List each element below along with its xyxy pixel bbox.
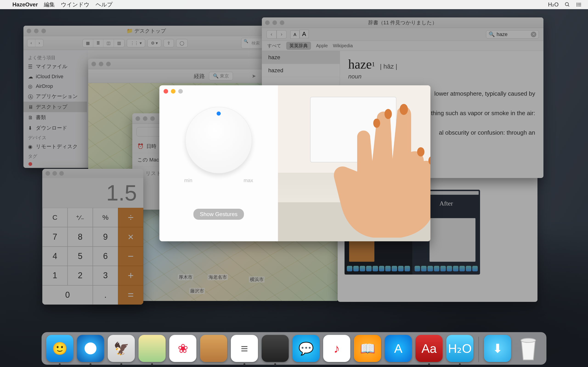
key-9[interactable]: 9 [93, 227, 118, 246]
zoom-icon[interactable] [59, 171, 64, 176]
hazeover-prefs-window: minmax Show Gestures [159, 85, 431, 241]
key-4[interactable]: 4 [42, 247, 68, 266]
sidebar-item-desktop[interactable]: 🖥デスクトップ [23, 102, 87, 112]
finder-titlebar[interactable]: 📁 デスクトップ [23, 26, 269, 36]
svg-point-6 [577, 6, 578, 6]
hand-illustration [331, 101, 431, 239]
dock-downloads[interactable]: ⬇ [484, 335, 511, 362]
result-haze[interactable]: haze [262, 51, 340, 64]
svg-rect-3 [578, 3, 581, 3]
menu-extras-icon[interactable] [576, 2, 582, 7]
minimize-icon[interactable] [34, 29, 39, 33]
key-negate[interactable]: ⁺∕₋ [68, 208, 93, 227]
dock-contacts[interactable] [200, 335, 227, 362]
show-gestures-button[interactable]: Show Gestures [193, 209, 244, 220]
location-icon[interactable]: ➤ [252, 73, 256, 79]
svg-point-9 [384, 109, 392, 119]
dock-appstore[interactable]: A [385, 335, 412, 362]
src-eiei[interactable]: 英英辞典 [286, 42, 311, 50]
intensity-dial[interactable] [185, 107, 252, 173]
dict-titlebar[interactable]: 辞書（11 件見つかりました） [262, 17, 544, 28]
dock-safari[interactable] [77, 335, 104, 362]
sidebar-item-icloud[interactable]: ☁iCloud Drive [23, 72, 87, 81]
svg-rect-5 [578, 4, 581, 5]
menubar: HazeOver 編集 ウインドウ ヘルプ H₂O [0, 0, 588, 9]
key-equals[interactable]: = [118, 285, 143, 305]
src-wiki[interactable]: Wikipedia [333, 43, 353, 48]
key-multiply[interactable]: × [118, 227, 143, 246]
dock-messages[interactable]: 💬 [292, 335, 320, 362]
dict-search[interactable]: 🔍haze ✕ [486, 30, 539, 39]
calculator-window: 1.5 C ⁺∕₋ % ÷ 7 8 9 × 4 5 6 − 1 2 3 + 0 … [42, 169, 143, 305]
dock-dictionary[interactable]: Aa [415, 335, 443, 362]
clear-icon[interactable]: ✕ [531, 32, 536, 37]
key-7[interactable]: 7 [42, 227, 68, 246]
sidebar-item-downloads[interactable]: ⬇ダウンロード [23, 123, 87, 133]
dock-hazeover[interactable]: H₂O [446, 335, 473, 362]
src-apple[interactable]: Apple [316, 43, 328, 48]
tags-button[interactable]: ◯ [176, 39, 188, 47]
close-icon[interactable] [45, 171, 50, 176]
key-1[interactable]: 1 [42, 266, 68, 285]
result-hazed[interactable]: hazed [262, 64, 340, 77]
action-menu[interactable]: ⚙ ▾ [147, 39, 161, 47]
dock-photos[interactable]: ❀ [169, 335, 196, 362]
spotlight-icon[interactable] [565, 2, 570, 7]
dock: 🙂🦅❀≡💬♪📖AAaH₂O⬇ [42, 332, 546, 365]
calc-display: 1.5 [42, 178, 143, 208]
dock-calculator[interactable] [262, 335, 289, 362]
key-percent[interactable]: % [93, 208, 118, 227]
zoom-icon[interactable] [41, 29, 46, 33]
view-switcher[interactable]: ▦≣◫▥ [82, 39, 124, 47]
key-0[interactable]: 0 [42, 285, 93, 305]
dict-nav[interactable]: ‹› [267, 30, 287, 39]
finder-sidebar: よく使う項目 ☰マイファイル ☁iCloud Drive ◎AirDrop Ⓐア… [23, 50, 87, 168]
sidebar-header-favorites: よく使う項目 [23, 53, 87, 61]
svg-point-2 [577, 3, 578, 4]
menubar-item-help[interactable]: ヘルプ [95, 1, 113, 8]
key-8[interactable]: 8 [68, 227, 93, 246]
sidebar-header-devices: デバイス [23, 133, 87, 141]
dock-itunes[interactable]: ♪ [323, 335, 350, 362]
sidebar-item-remotedisc[interactable]: ◉リモートディスク [23, 141, 87, 152]
menubar-app-name[interactable]: HazeOver [12, 1, 38, 8]
dock-finder[interactable]: 🙂 [46, 335, 73, 362]
share-button[interactable]: ⇪ [164, 39, 174, 47]
key-2[interactable]: 2 [68, 266, 93, 285]
menubar-item-window[interactable]: ウインドウ [61, 1, 90, 8]
dock-reminders[interactable]: ≡ [231, 335, 258, 362]
dock-maps[interactable] [138, 335, 166, 362]
sidebar-item-documents[interactable]: 🗎書類 [23, 112, 87, 123]
arrange-menu[interactable]: ⋮⋮ ▾ [127, 39, 145, 47]
close-icon[interactable] [27, 29, 31, 33]
sidebar-item-airdrop[interactable]: ◎AirDrop [23, 81, 87, 91]
map-label: 海老名市 [208, 274, 228, 280]
key-divide[interactable]: ÷ [118, 208, 143, 227]
minimize-icon[interactable] [52, 171, 57, 176]
dict-fontsize[interactable]: AA [290, 30, 309, 39]
menubar-item-edit[interactable]: 編集 [44, 1, 55, 8]
finder-toolbar: ‹› ▦≣◫▥ ⋮⋮ ▾ ⚙ ▾ ⇪ ◯ 🔍 検索 [23, 36, 269, 50]
sidebar-item-myfiles[interactable]: ☰マイファイル [23, 61, 87, 72]
key-6[interactable]: 6 [93, 247, 118, 266]
src-all[interactable]: すべて [267, 43, 281, 49]
dock-trash[interactable] [515, 335, 542, 362]
maps-search[interactable]: 🔍 東京 [209, 72, 233, 80]
key-clear[interactable]: C [42, 208, 68, 227]
dock-mail[interactable]: 🦅 [108, 335, 135, 362]
key-5[interactable]: 5 [68, 247, 93, 266]
menubar-extra-h2o[interactable]: H₂O [548, 1, 559, 8]
tag-red[interactable] [28, 162, 32, 166]
key-decimal[interactable]: . [93, 285, 118, 305]
key-3[interactable]: 3 [93, 266, 118, 285]
nav-back-forward[interactable]: ‹› [27, 39, 43, 47]
dial-indicator [216, 111, 221, 116]
map-label: 藤沢市 [189, 288, 205, 294]
maps-title: 経路 [194, 73, 205, 80]
key-minus[interactable]: − [118, 247, 143, 266]
svg-line-1 [568, 5, 569, 6]
key-plus[interactable]: + [118, 266, 143, 285]
svg-point-4 [577, 4, 578, 5]
dock-ibooks[interactable]: 📖 [354, 335, 381, 362]
sidebar-item-apps[interactable]: Ⓐアプリケーション [23, 91, 87, 102]
